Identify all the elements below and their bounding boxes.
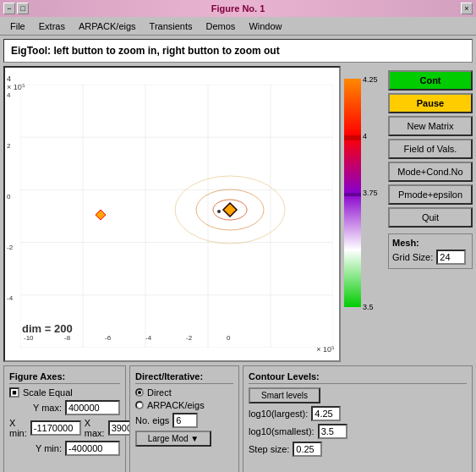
smart-levels-button[interactable]: Smart levels — [249, 387, 320, 403]
maximize-button[interactable]: □ — [17, 3, 29, 14]
title-bar: − □ Figure No. 1 × — [0, 0, 476, 17]
mesh-label: Mesh: — [392, 238, 468, 248]
log10-largest-input[interactable] — [311, 406, 341, 421]
bottom-panels: Figure Axes: ■ Scale Equal Y max: X min:… — [0, 362, 476, 472]
step-size-input[interactable] — [293, 442, 322, 457]
menu-file[interactable]: File — [3, 19, 32, 33]
close-button[interactable]: × — [461, 3, 473, 14]
no-eigs-label: No. eigs — [135, 415, 169, 425]
figure-axes-panel: Figure Axes: ■ Scale Equal Y max: X min:… — [3, 365, 126, 472]
svg-point-13 — [217, 210, 221, 213]
right-panel: Cont Pause New Matrix Field of Vals. Mod… — [388, 66, 473, 362]
colorbar-svg — [344, 79, 361, 307]
log10-smallest-label: log10(smallest): — [249, 426, 315, 436]
x-min-input[interactable] — [30, 420, 81, 436]
mode-cond-button[interactable]: Mode+Cond.No — [388, 162, 473, 182]
window-title: Figure No. 1 — [29, 3, 447, 14]
y-tick-4: 4 — [7, 91, 10, 99]
menu-arpack[interactable]: ARPACK/eigs — [72, 19, 143, 33]
contour-levels-panel: Contour Levels: Smart levels log10(large… — [243, 365, 473, 472]
svg-marker-14 — [223, 203, 237, 217]
scale-equal-checkbox[interactable]: ■ — [9, 387, 19, 398]
log10-largest-label: log10(largest): — [249, 409, 308, 419]
cont-button[interactable]: Cont — [388, 70, 473, 91]
y-tick-n2: -2 — [7, 244, 13, 251]
colorbar-container: 4.25 4 3.75 3.5 — [342, 79, 385, 362]
menu-extras[interactable]: Extras — [32, 19, 72, 33]
y-min-label: Y min: — [36, 443, 62, 453]
minimize-button[interactable]: − — [3, 3, 15, 14]
pmode-button[interactable]: Pmode+epsilon — [388, 184, 473, 205]
no-eigs-input[interactable] — [172, 413, 198, 428]
y-max-label: Y max: — [33, 403, 62, 413]
y-tick-n4: -4 — [7, 294, 13, 302]
menu-transients[interactable]: Transients — [143, 19, 200, 33]
grid-size-label: Grid Size: — [392, 252, 433, 262]
scale-equal-label: Scale Equal — [23, 387, 73, 398]
arpack-label: ARPACK/eigs — [147, 400, 205, 410]
x-max-label: X max: — [85, 418, 105, 438]
figure-axes-title: Figure Axes: — [9, 371, 120, 384]
svg-marker-12 — [96, 210, 106, 220]
contour-levels-title: Contour Levels: — [249, 371, 467, 384]
y-tick-2: 2 — [7, 142, 10, 150]
main-area: 4 × 10⁵ 4 2 0 -2 -4 -10 -8 -6 -4 -2 0 × … — [0, 66, 476, 362]
menu-demos[interactable]: Demos — [200, 19, 243, 33]
hint-text: EigTool: left button to zoom in, right b… — [11, 45, 280, 57]
new-matrix-button[interactable]: New Matrix — [388, 116, 473, 136]
direct-label: Direct — [147, 387, 172, 398]
svg-rect-20 — [344, 135, 361, 140]
quit-button[interactable]: Quit — [388, 207, 473, 228]
log10-smallest-input[interactable] — [318, 424, 347, 439]
plot-area[interactable]: 4 × 10⁵ 4 2 0 -2 -4 -10 -8 -6 -4 -2 0 × … — [3, 66, 341, 362]
cb-label-top: 4.25 — [363, 75, 378, 84]
cb-label-4: 4 — [363, 132, 367, 140]
direct-iterative-panel: Direct/Iterative: Direct ARPACK/eigs No.… — [129, 365, 239, 472]
grid-size-input[interactable] — [436, 250, 466, 265]
mesh-box: Mesh: Grid Size: — [388, 233, 473, 269]
plot-container: 4 × 10⁵ 4 2 0 -2 -4 -10 -8 -6 -4 -2 0 × … — [3, 66, 385, 362]
field-of-vals-button[interactable]: Field of Vals. — [388, 139, 473, 159]
y-axis-exp: 4 — [7, 74, 11, 83]
direct-iterative-title: Direct/Iterative: — [135, 371, 233, 384]
menu-bar: File Extras ARPACK/eigs Transients Demos… — [0, 17, 476, 36]
direct-radio[interactable] — [135, 388, 144, 397]
hint-bar: EigTool: left button to zoom in, right b… — [3, 39, 473, 63]
cb-label-bottom: 3.5 — [363, 303, 374, 311]
y-tick-0: 0 — [7, 193, 10, 200]
menu-window[interactable]: Window — [242, 19, 288, 33]
y-max-input[interactable] — [65, 400, 120, 415]
x-min-label: X min: — [9, 418, 27, 438]
large-mod-button[interactable]: Large Mod ▼ — [135, 431, 211, 447]
y-min-input[interactable] — [65, 441, 120, 456]
cb-label-375: 3.75 — [363, 189, 378, 197]
pause-button[interactable]: Pause — [388, 93, 473, 113]
step-size-label: Step size: — [249, 444, 289, 454]
arpack-radio[interactable] — [135, 401, 144, 409]
plot-grid — [20, 85, 333, 348]
svg-rect-21 — [344, 193, 361, 196]
